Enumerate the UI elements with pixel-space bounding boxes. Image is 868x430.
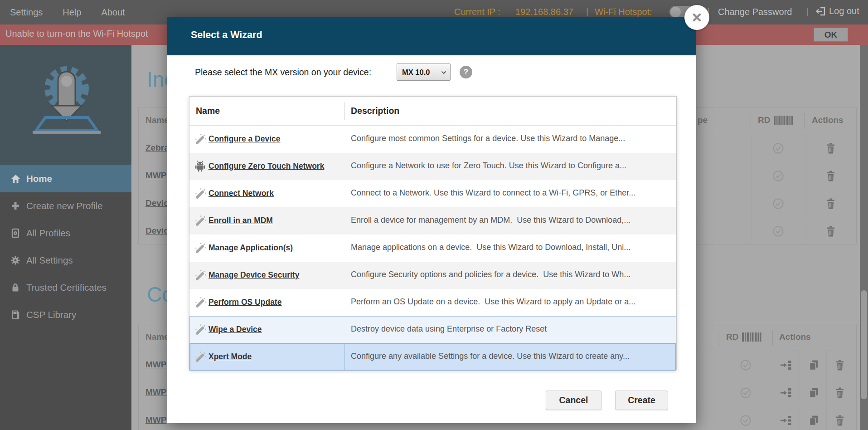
readiness-check-icon — [740, 359, 752, 371]
menu-help[interactable]: Help — [63, 7, 81, 18]
profile-link[interactable]: MWP — [145, 415, 166, 425]
plus-icon — [10, 201, 21, 211]
wizard-link[interactable]: Enroll in an MDM — [209, 216, 273, 225]
wizard-description: Configure most common Settings for a dev… — [351, 134, 625, 143]
delete-icon[interactable] — [826, 142, 836, 154]
current-ip-label: Current IP : — [454, 7, 500, 17]
wizard-link[interactable]: Manage Application(s) — [209, 243, 293, 253]
profile-link[interactable]: MWP — [145, 387, 166, 397]
cancel-button[interactable]: Cancel — [546, 391, 601, 410]
help-icon[interactable] — [460, 66, 472, 78]
error-banner-ok-button[interactable]: OK — [814, 28, 848, 42]
logout-icon — [815, 6, 826, 16]
copy-icon[interactable] — [809, 415, 819, 426]
mx-version-value: MX 10.0 — [402, 68, 430, 77]
wizard-table-header: Name Description — [189, 97, 676, 126]
column-divider — [718, 330, 718, 346]
delete-icon[interactable] — [835, 415, 845, 426]
sidebar-item-label: Create new Profile — [26, 200, 103, 211]
logout-link[interactable]: Log out — [815, 6, 859, 16]
column-divider — [804, 113, 805, 129]
delete-icon[interactable] — [826, 225, 836, 237]
sidebar-item-csp-library[interactable]: CSP Library — [0, 301, 131, 328]
sidebar-nav: Home Create new Profile All Profiles — [0, 165, 131, 328]
sidebar-item-create-new-profile[interactable]: Create new Profile — [0, 192, 131, 220]
close-icon[interactable] — [684, 5, 709, 30]
wand-icon — [195, 215, 207, 227]
home-icon — [10, 174, 21, 184]
column-divider — [344, 103, 345, 120]
wizard-row-xpert-mode[interactable]: Xpert Mode Configure any available Setti… — [189, 343, 676, 371]
deploy-icon[interactable] — [780, 387, 792, 398]
wizard-row-configure-a-device[interactable]: Configure a Device Configure most common… — [189, 126, 676, 153]
readiness-check-icon — [740, 387, 752, 399]
mx-version-select[interactable]: MX 10.0 — [397, 64, 451, 81]
sidebar-item-home[interactable]: Home — [0, 165, 131, 192]
change-password-link[interactable]: Change Password — [718, 7, 792, 17]
column-header-actions: Actions — [779, 332, 811, 342]
separator: | — [806, 6, 809, 17]
create-button[interactable]: Create — [615, 391, 668, 410]
app-logo — [0, 45, 131, 165]
wizard-row-configure-zero-touch-network[interactable]: Configure Zero Touch Network Configure a… — [189, 153, 676, 180]
column-header-rd: RD — [758, 115, 794, 125]
wizard-link[interactable]: Connect Network — [209, 189, 274, 198]
wizard-row-manage-device-security[interactable]: Manage Device Security Configure Securit… — [189, 262, 676, 289]
current-ip-value: 192.168.86.37 — [515, 7, 573, 17]
wizard-link[interactable]: Wipe a Device — [209, 325, 262, 334]
topbar-menu: Settings Help About — [10, 0, 125, 24]
delete-icon[interactable] — [826, 198, 836, 210]
sidebar-item-trusted-certificates[interactable]: Trusted Certificates — [0, 274, 131, 301]
profile-link[interactable]: Devic — [145, 198, 169, 208]
rd-label: RD — [726, 332, 738, 342]
barcode-icon — [774, 116, 794, 125]
profiles-icon — [10, 228, 21, 238]
sidebar-item-label: CSP Library — [26, 309, 76, 320]
copy-icon[interactable] — [809, 360, 819, 371]
menu-settings[interactable]: Settings — [10, 7, 43, 18]
profile-link[interactable]: MWP — [145, 171, 166, 181]
profile-link[interactable]: Devic — [145, 226, 169, 236]
sidebar-item-all-profiles[interactable]: All Profiles — [0, 220, 131, 247]
column-header-name: Name — [145, 332, 169, 342]
sidebar: Home Create new Profile All Profiles — [0, 45, 131, 430]
barcode-icon — [742, 332, 762, 342]
wizard-row-manage-applications[interactable]: Manage Application(s) Manage application… — [189, 235, 676, 262]
sidebar-item-all-settings[interactable]: All Settings — [0, 247, 131, 274]
wizard-link[interactable]: Configure Zero Touch Network — [209, 161, 324, 171]
wand-icon — [195, 242, 207, 254]
readiness-check-icon — [772, 225, 784, 237]
wand-icon — [195, 269, 207, 281]
sidebar-item-label: All Profiles — [26, 228, 70, 239]
profile-link[interactable]: MWP — [145, 360, 166, 370]
wizard-link[interactable]: Xpert Mode — [209, 352, 252, 362]
wizard-row-connect-network[interactable]: Connect Network Connect to a Network. Us… — [189, 180, 676, 207]
select-wizard-dialog: Select a Wizard Please select the MX ver… — [167, 17, 696, 423]
wizard-row-enroll-in-an-mdm[interactable]: Enroll in an MDM Enroll a device for man… — [189, 207, 676, 235]
scrollbar-thumb[interactable] — [861, 290, 867, 399]
readiness-check-icon — [740, 415, 752, 426]
logout-label: Log out — [829, 6, 859, 16]
wizard-row-wipe-a-device[interactable]: Wipe a Device Destroy device data using … — [189, 316, 676, 343]
deploy-icon[interactable] — [780, 360, 792, 371]
column-header-rd: RD — [726, 332, 762, 342]
profile-link[interactable]: Zebra — [145, 143, 169, 153]
page-scrollbar[interactable] — [860, 45, 868, 430]
copy-icon[interactable] — [809, 387, 819, 399]
wizard-link[interactable]: Perform OS Update — [209, 298, 281, 307]
delete-icon[interactable] — [835, 359, 845, 371]
wifi-hotspot-label: Wi-Fi Hotspot: — [595, 7, 652, 17]
wizard-row-perform-os-update[interactable]: Perform OS Update Perform an OS Update o… — [189, 289, 676, 316]
delete-icon[interactable] — [826, 170, 836, 182]
column-header-name: Name — [196, 106, 220, 116]
deploy-icon[interactable] — [780, 415, 792, 426]
column-divider — [772, 330, 773, 346]
wizard-link[interactable]: Manage Device Security — [209, 270, 299, 280]
readiness-check-icon — [772, 198, 784, 210]
delete-icon[interactable] — [835, 387, 845, 399]
dialog-title: Select a Wizard — [191, 29, 262, 41]
menu-about[interactable]: About — [101, 7, 125, 18]
wizard-link[interactable]: Configure a Device — [209, 134, 281, 144]
sidebar-item-label: All Settings — [26, 255, 73, 266]
column-header-actions: Actions — [812, 115, 844, 125]
